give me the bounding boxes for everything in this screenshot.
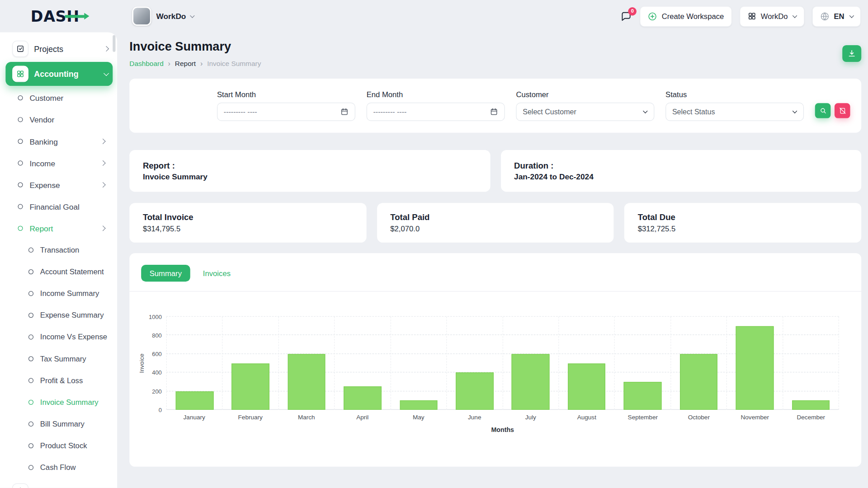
bar-may[interactable] (400, 400, 437, 410)
duration-card: Duration : Jan-2024 to Dec-2024 (500, 150, 861, 192)
chart-plot (166, 317, 839, 410)
sidebar-item-label: Cash Flow (40, 463, 76, 472)
app-logo[interactable]: DASH (31, 8, 80, 25)
chevron-down-icon (643, 109, 647, 113)
bar-slot (615, 317, 671, 410)
customer-select[interactable]: Select Customer (516, 103, 654, 121)
x-tick-label: November (727, 414, 783, 421)
page-title: Invoice Summary (129, 40, 261, 54)
chevron-right-icon: › (168, 59, 170, 68)
bar-slot (335, 317, 391, 410)
sidebar-item-projects[interactable]: Projects (5, 37, 113, 61)
info-row: Report : Invoice Summary Duration : Jan-… (129, 150, 861, 192)
sidebar-item-bill-summary[interactable]: Bill Summary (0, 413, 117, 435)
messages-button[interactable]: 0 (620, 10, 632, 22)
bar-march[interactable] (288, 354, 325, 410)
sidebar-item-label: Vendor (29, 115, 54, 124)
sidebar-item-transaction[interactable]: Transaction (0, 239, 117, 261)
bullet-icon (28, 356, 33, 361)
y-tick-label: 1000 (149, 313, 162, 320)
bar-october[interactable] (680, 354, 717, 410)
breadcrumb-item-dashboard[interactable]: Dashboard (129, 59, 163, 67)
report-card: Report : Invoice Summary (129, 150, 490, 192)
sidebar-item-financial-goal[interactable]: Financial Goal (0, 196, 117, 217)
sidebar-item-expense[interactable]: Expense (0, 174, 117, 196)
bullet-icon (28, 378, 33, 383)
sidebar-item-label: Accounting (34, 70, 78, 79)
sidebar-item-label: Income Vs Expense (40, 333, 107, 342)
bar-september[interactable] (624, 382, 661, 410)
sidebar-item-label: Report (29, 224, 53, 233)
language-button[interactable]: EN (812, 6, 861, 27)
report-card-label: Report : (143, 160, 477, 170)
total-value: $312,725.5 (638, 225, 848, 233)
projects-icon (12, 41, 28, 57)
sidebar-item-profit-loss[interactable]: Profit & Loss (0, 370, 117, 391)
sidebar-item-accounting[interactable]: Accounting (5, 62, 113, 86)
bar-february[interactable] (231, 363, 269, 410)
end-month-input[interactable]: --------- ---- (367, 103, 505, 121)
x-tick-label: December (783, 414, 839, 421)
bar-slot (559, 317, 615, 410)
sidebar-item-invoice-summary[interactable]: Invoice Summary (0, 391, 117, 413)
sidebar-item-banking[interactable]: Banking (0, 131, 117, 152)
status-select[interactable]: Select Status (665, 103, 804, 121)
x-tick-label: April (335, 414, 391, 421)
bar-slot (727, 317, 783, 410)
sidebar-item-product-stock[interactable]: Product Stock (0, 435, 117, 456)
bullet-icon (18, 117, 23, 122)
bar-slot (279, 317, 335, 410)
sidebar-item-label: Projects (34, 44, 63, 53)
sidebar-item-label: Bill Summary (40, 420, 85, 428)
sidebar-item-expense-summary[interactable]: Expense Summary (0, 305, 117, 326)
reset-button[interactable] (835, 103, 850, 118)
bar-august[interactable] (568, 363, 605, 410)
x-tick-label: September (615, 414, 671, 421)
create-workspace-button[interactable]: Create Workspace (640, 6, 732, 27)
sidebar-scrollbar[interactable] (113, 35, 115, 52)
bullet-icon (18, 95, 23, 100)
bar-november[interactable] (736, 326, 774, 409)
sidebar-item-tax-summary[interactable]: Tax Summary (0, 348, 117, 370)
logo-arrow-icon (65, 15, 85, 18)
total-label: Total Invoice (143, 212, 353, 222)
x-tick-label: July (503, 414, 559, 421)
search-button[interactable] (815, 103, 831, 118)
sidebar-item-cash-flow[interactable]: Cash Flow (0, 457, 117, 479)
bar-april[interactable] (344, 386, 381, 410)
sidebar-item-label: Account Statement (40, 267, 104, 276)
sidebar-item-report[interactable]: Report (0, 217, 117, 239)
breadcrumb-item-report[interactable]: Report (175, 59, 196, 67)
accounting-icon (12, 66, 28, 82)
bar-december[interactable] (792, 400, 830, 410)
sidebar-item-vendor[interactable]: Vendor (0, 109, 117, 131)
sidebar-item-income[interactable]: Income (0, 152, 117, 174)
customer-label: Customer (516, 90, 654, 99)
x-tick-label: June (447, 414, 503, 421)
sidebar-item-income-vs-expense[interactable]: Income Vs Expense (0, 326, 117, 348)
tab-summary[interactable]: Summary (141, 265, 190, 282)
sidebar-item-customer[interactable]: Customer (0, 87, 117, 108)
start-month-input[interactable]: --------- ---- (217, 103, 355, 121)
tab-invoices[interactable]: Invoices (194, 265, 239, 282)
download-icon (847, 49, 856, 58)
sidebar: Projects Accounting CustomerVendorBankin… (0, 33, 117, 488)
app-switcher-button[interactable]: WorkDo (740, 6, 804, 27)
chart-x-axis: JanuaryFebruaryMarchAprilMayJuneJulyAugu… (166, 414, 839, 421)
download-button[interactable] (842, 45, 861, 62)
report-submenu: TransactionAccount StatementIncome Summa… (0, 239, 117, 478)
chart-y-axis: 02004006008001000 (146, 317, 166, 410)
bar-slot (671, 317, 727, 410)
status-field: Status Select Status (665, 90, 804, 121)
bar-june[interactable] (456, 373, 493, 410)
sidebar-item-account-statement[interactable]: Account Statement (0, 261, 117, 282)
workspace-switcher[interactable]: WorkDo (132, 7, 194, 26)
app-switcher-label: WorkDo (761, 12, 788, 21)
sidebar-item-hrm[interactable]: HRM (5, 479, 113, 488)
x-axis-title: Months (166, 427, 839, 433)
chart-bars (166, 317, 839, 410)
bar-january[interactable] (176, 391, 213, 410)
notification-badge: 0 (628, 7, 637, 15)
sidebar-item-income-summary[interactable]: Income Summary (0, 283, 117, 305)
bar-july[interactable] (512, 354, 549, 410)
